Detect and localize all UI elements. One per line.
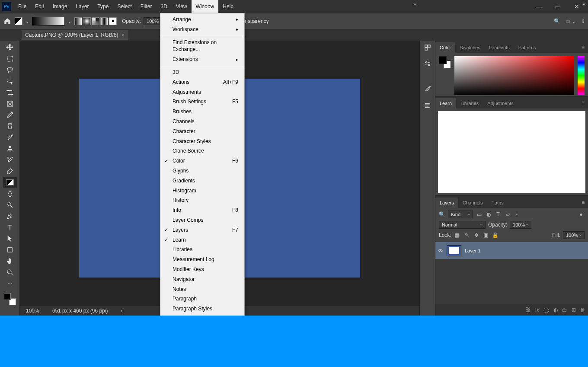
- filter-kind-select[interactable]: Kind: [448, 211, 473, 218]
- dropdown-arrow-icon[interactable]: ⌄: [25, 18, 29, 24]
- menu-item-character-styles[interactable]: Character Styles: [160, 137, 244, 147]
- eyedropper-tool[interactable]: [3, 110, 17, 120]
- marquee-tool[interactable]: [3, 54, 17, 64]
- menu-item-extensions[interactable]: Extensions▸: [160, 54, 244, 64]
- zoom-tool[interactable]: [3, 267, 17, 278]
- menu-item-histogram[interactable]: Histogram: [160, 186, 244, 196]
- menu-item-paragraph-styles[interactable]: Paragraph Styles: [160, 304, 244, 314]
- dropdown-arrow-icon[interactable]: ⌄: [67, 18, 72, 24]
- layer-row[interactable]: 👁 Layer 1: [435, 242, 588, 259]
- panel-menu-icon[interactable]: ≡: [578, 41, 588, 53]
- menu-item-paragraph[interactable]: Paragraph: [160, 294, 244, 304]
- menu-item-measurement-log[interactable]: Measurement Log: [160, 255, 244, 265]
- layer-name[interactable]: Layer 1: [465, 248, 481, 253]
- color-fgbg-swatch[interactable]: [439, 56, 451, 68]
- history-brush-tool[interactable]: [3, 155, 17, 165]
- radial-gradient-icon[interactable]: [83, 17, 91, 25]
- blend-mode-select[interactable]: Normal: [439, 221, 486, 229]
- lock-all-icon[interactable]: 🔒: [492, 232, 499, 238]
- expand-collapsed-panels-icon[interactable]: «: [413, 1, 416, 6]
- menu-help[interactable]: Help: [218, 0, 238, 13]
- menu-item-paths[interactable]: Paths: [160, 314, 244, 316]
- diamond-gradient-icon[interactable]: [109, 17, 117, 25]
- gradient-preset-icon[interactable]: [15, 17, 22, 25]
- lock-pixels-icon[interactable]: ▦: [454, 232, 461, 238]
- menu-type[interactable]: Type: [93, 0, 113, 13]
- lock-artboard-icon[interactable]: ▣: [483, 232, 489, 238]
- filter-smart-icon[interactable]: ▫: [514, 211, 521, 217]
- panel-menu-icon[interactable]: ≡: [578, 197, 588, 208]
- menu-item-brushes[interactable]: Brushes: [160, 107, 244, 117]
- menu-item-layer-comps[interactable]: Layer Comps: [160, 215, 244, 225]
- doc-info[interactable]: 651 px x 460 px (96 ppi): [52, 308, 108, 314]
- menu-item-glyphs[interactable]: Glyphs: [160, 166, 244, 176]
- path-select-tool[interactable]: [3, 233, 17, 244]
- color-swatches[interactable]: [4, 293, 16, 305]
- brush-tool[interactable]: [3, 132, 17, 143]
- menu-item-navigator[interactable]: Navigator: [160, 274, 244, 284]
- layer-thumbnail[interactable]: [447, 245, 461, 256]
- menu-item-notes[interactable]: Notes: [160, 284, 244, 294]
- filter-type-icon[interactable]: T: [495, 211, 502, 217]
- stamp-tool[interactable]: [3, 144, 17, 154]
- layer-opacity-value[interactable]: 100%: [510, 221, 531, 229]
- menu-edit[interactable]: Edit: [31, 0, 48, 13]
- menu-image[interactable]: Image: [48, 0, 71, 13]
- document-tab[interactable]: Capture.PNG @ 100% (Layer 1, RGB/8) ×: [22, 30, 128, 40]
- doc-info-arrow-icon[interactable]: ›: [121, 308, 122, 314]
- menu-window[interactable]: Window: [192, 0, 219, 13]
- crop-tool[interactable]: [3, 87, 17, 98]
- properties-panel-icon[interactable]: [423, 60, 432, 68]
- workspace-icon[interactable]: ▭ ⌄: [566, 18, 576, 24]
- menu-filter[interactable]: Filter: [136, 0, 157, 13]
- share-icon[interactable]: ⇪: [581, 18, 585, 24]
- filter-adjust-icon[interactable]: ◐: [485, 211, 492, 217]
- link-layers-icon[interactable]: ⛓: [526, 307, 531, 313]
- layer-mask-icon[interactable]: ◯: [543, 307, 549, 313]
- menu-3d[interactable]: 3D: [156, 0, 171, 13]
- menu-view[interactable]: View: [172, 0, 192, 13]
- healing-tool[interactable]: [3, 121, 17, 131]
- layer-fx-icon[interactable]: fx: [535, 307, 539, 313]
- menu-item-layers[interactable]: LayersF7: [160, 225, 244, 235]
- edit-toolbar-icon[interactable]: ⋯: [3, 278, 17, 289]
- gradient-editor-swatch[interactable]: [32, 17, 65, 26]
- eraser-tool[interactable]: [3, 166, 17, 176]
- expand-right-panels-icon[interactable]: »: [583, 1, 585, 6]
- lasso-tool[interactable]: [3, 65, 17, 75]
- tab-color[interactable]: Color: [435, 42, 455, 53]
- tab-gradients[interactable]: Gradients: [485, 42, 514, 53]
- menu-item-clone-source[interactable]: Clone Source: [160, 146, 244, 156]
- quick-select-tool[interactable]: [3, 76, 17, 86]
- menu-item-history[interactable]: History: [160, 195, 244, 205]
- move-tool[interactable]: [3, 42, 17, 53]
- filter-shape-icon[interactable]: ▱: [504, 211, 511, 217]
- adjustment-layer-icon[interactable]: ◐: [553, 307, 558, 313]
- tab-adjustments[interactable]: Adjustments: [483, 98, 518, 109]
- menu-item-libraries[interactable]: Libraries: [160, 245, 244, 255]
- frame-tool[interactable]: [3, 99, 17, 109]
- menu-item-arrange[interactable]: Arrange▸: [160, 15, 244, 25]
- hue-slider[interactable]: [578, 56, 585, 95]
- reflected-gradient-icon[interactable]: [100, 17, 108, 25]
- maximize-button[interactable]: ▭: [548, 1, 567, 12]
- panel-menu-icon[interactable]: ≡: [578, 97, 588, 109]
- menu-select[interactable]: Select: [113, 0, 136, 13]
- menu-item-adjustments[interactable]: Adjustments: [160, 87, 244, 97]
- menu-item-find-extensions-on-exchange-[interactable]: Find Extensions on Exchange...: [160, 38, 244, 55]
- delete-layer-icon[interactable]: 🗑: [580, 307, 585, 313]
- new-layer-icon[interactable]: ⊞: [572, 307, 576, 313]
- type-tool[interactable]: [3, 222, 17, 233]
- menu-item-learn[interactable]: Learn: [160, 235, 244, 245]
- home-icon[interactable]: [3, 16, 12, 26]
- menu-item-actions[interactable]: ActionsAlt+F9: [160, 77, 244, 87]
- menu-layer[interactable]: Layer: [71, 0, 93, 13]
- filter-pixel-icon[interactable]: ▭: [476, 211, 483, 217]
- tab-learn[interactable]: Learn: [435, 98, 456, 109]
- gradient-tool[interactable]: [3, 177, 17, 188]
- dodge-tool[interactable]: [3, 200, 17, 210]
- tab-layers[interactable]: Layers: [435, 198, 458, 208]
- blur-tool[interactable]: [3, 188, 17, 199]
- lock-brush-icon[interactable]: ✎: [463, 232, 470, 238]
- close-tab-icon[interactable]: ×: [122, 32, 125, 38]
